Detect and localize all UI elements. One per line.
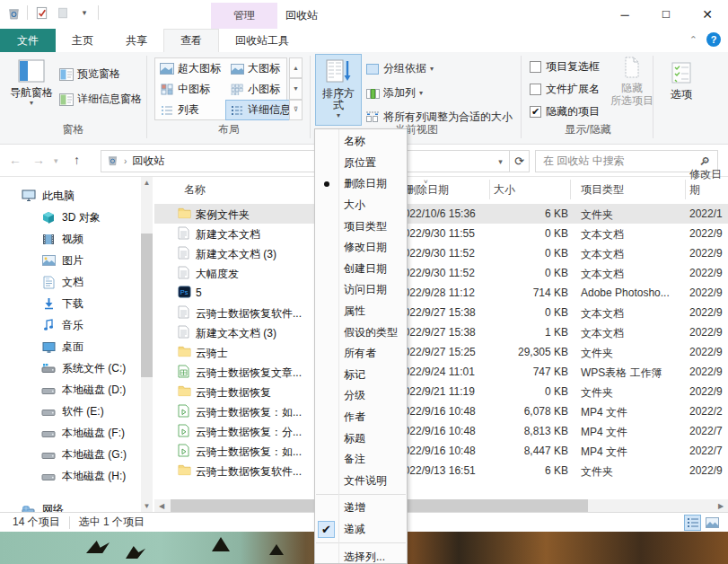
new-folder-icon[interactable] xyxy=(55,4,71,21)
sidebar-item-3D 对象[interactable]: 3D 对象 xyxy=(41,207,101,227)
menu-item-访问日期[interactable]: 访问日期 xyxy=(315,279,407,301)
manage-contextual-tab[interactable]: 管理 xyxy=(211,3,277,29)
hide-selected-button[interactable]: 隐藏 所选项目 xyxy=(609,56,655,107)
unchecked-checkbox-icon[interactable] xyxy=(530,61,541,73)
menu-item-分级[interactable]: 分级 xyxy=(315,385,407,407)
layout-option-列表[interactable]: 列表 xyxy=(155,100,225,120)
sidebar-item-本地磁盘 (H:)[interactable]: 本地磁盘 (H:) xyxy=(41,466,126,486)
layout-option-详细信息[interactable]: 详细信息 xyxy=(225,100,295,120)
unchecked-checkbox-icon[interactable] xyxy=(530,84,541,95)
navigation-pane-button[interactable]: 导航窗格 ▾ xyxy=(5,56,57,110)
layout-option-超大图标[interactable]: 超大图标 xyxy=(155,58,225,79)
sidebar-item-图片[interactable]: 图片 xyxy=(41,251,83,270)
menu-item-名称[interactable]: 名称 xyxy=(315,131,407,153)
breadcrumb[interactable]: › 回收站 xyxy=(101,150,510,172)
recycle-bin-icon[interactable] xyxy=(5,4,22,21)
maximize-button[interactable]: ☐ xyxy=(645,0,687,29)
minimize-button[interactable]: ─ xyxy=(604,0,645,29)
address-dropdown-icon[interactable]: ▾ xyxy=(492,150,510,172)
sidebar-item-本地磁盘 (G:)[interactable]: 本地磁盘 (G:) xyxy=(41,445,127,464)
layout-option-大图标[interactable]: 大图标 xyxy=(225,58,295,79)
menu-item-文件说明[interactable]: 文件说明 xyxy=(315,471,407,492)
table-row[interactable]: 云骑士数据恢复文章...2022/9/24 11:01747 KBWPS表格 工… xyxy=(154,362,728,382)
checked-checkbox-icon[interactable]: ✔ xyxy=(530,106,541,118)
sidebar-scrollbar-thumb[interactable] xyxy=(141,234,153,377)
ribbon-tab-主页[interactable]: 主页 xyxy=(56,29,110,52)
layout-option-小图标[interactable]: 小图标 xyxy=(225,79,295,100)
sidebar-item-此电脑[interactable]: 此电脑 xyxy=(22,186,75,206)
details-pane-button[interactable]: 详细信息窗格 xyxy=(59,92,142,107)
gallery-up-icon[interactable]: ▲ xyxy=(289,57,303,78)
history-chevron-icon[interactable]: ▾ xyxy=(54,156,58,165)
checkbox-项目复选框[interactable]: 项目复选框 xyxy=(530,59,600,75)
ribbon-tab-recycle-tools[interactable]: 回收站工具 xyxy=(219,29,305,52)
menu-item-修改日期[interactable]: 修改日期 xyxy=(315,237,407,259)
menu-item-项目类型[interactable]: 项目类型 xyxy=(315,216,407,237)
customize-qat-chevron-icon[interactable]: ▾ xyxy=(76,4,92,21)
breadcrumb-location[interactable]: 回收站 xyxy=(132,154,164,169)
thumbnail-view-toggle[interactable] xyxy=(704,515,721,531)
table-row[interactable]: 云骑士数据恢复：分...2022/9/16 10:488,813 KBMP4 文… xyxy=(154,421,728,441)
scroll-up-icon[interactable]: ▲ xyxy=(141,177,153,189)
menu-item-大小[interactable]: 大小 xyxy=(315,195,407,216)
close-button[interactable]: ✕ xyxy=(687,0,728,29)
gallery-more-icon[interactable]: ⊽ xyxy=(289,100,303,120)
scroll-down-icon[interactable]: ▼ xyxy=(141,500,153,512)
menu-item-选择列[interactable]: 选择列... xyxy=(315,546,407,564)
menu-item-标记[interactable]: 标记 xyxy=(315,365,407,386)
add-columns-button[interactable]: 添加列 ▾ xyxy=(365,85,423,101)
sidebar-item-文档[interactable]: 文档 xyxy=(41,272,83,292)
menu-item-属性[interactable]: 属性 xyxy=(315,301,407,322)
up-arrow-icon[interactable]: ↑ xyxy=(74,153,80,167)
sidebar-item-桌面[interactable]: 桌面 xyxy=(41,337,83,357)
table-row[interactable]: Ps52022/9/28 11:12714 KBAdobe Photosho..… xyxy=(154,283,728,303)
menu-item-假设的类型[interactable]: 假设的类型 xyxy=(315,322,407,343)
table-row[interactable]: 新建文本文档2022/9/30 11:550 KB文本文档2022/9 xyxy=(154,224,728,243)
sidebar-item-音乐[interactable]: 音乐 xyxy=(41,315,83,335)
sidebar-item-系统文件 (C:)[interactable]: 系统文件 (C:) xyxy=(41,358,126,378)
table-row[interactable]: 新建文本文档 (3)2022/9/27 15:381 KB文本文档2022/9 xyxy=(154,322,728,342)
sidebar-item-本地磁盘 (F:)[interactable]: 本地磁盘 (F:) xyxy=(41,423,125,443)
column-header-size[interactable]: 大小 xyxy=(494,177,515,202)
ribbon-tab-file[interactable]: 文件 xyxy=(0,29,56,52)
scroll-right-icon[interactable]: ▶ xyxy=(714,499,728,512)
details-view-toggle[interactable] xyxy=(684,515,701,531)
forward-arrow-icon[interactable]: → xyxy=(32,153,45,167)
ribbon-tab-共享[interactable]: 共享 xyxy=(110,29,163,52)
menu-item-作者[interactable]: 作者 xyxy=(315,407,407,428)
menu-item-原位置[interactable]: 原位置 xyxy=(315,153,407,174)
properties-icon[interactable] xyxy=(33,4,49,21)
preview-pane-button[interactable]: 预览窗格 xyxy=(59,66,120,82)
table-row[interactable]: 云骑士数据恢复：如...2022/9/16 10:488,447 KBMP4 文… xyxy=(154,441,728,461)
menu-item-所有者[interactable]: 所有者 xyxy=(315,343,407,365)
sort-by-button[interactable]: 排序方式 ▾ xyxy=(315,54,362,126)
sidebar-item-软件 (E:)[interactable]: 软件 (E:) xyxy=(41,401,104,421)
back-arrow-icon[interactable]: ← xyxy=(9,153,22,167)
column-header-date-modified[interactable]: 修改日期 xyxy=(689,177,728,202)
options-button[interactable]: 选项 xyxy=(658,57,705,104)
horizontal-scrollbar[interactable]: ◀ ▶ xyxy=(154,499,728,512)
sidebar-item-下载[interactable]: 下载 xyxy=(41,294,83,313)
table-row[interactable]: 新建文本文档 (3)2022/9/30 11:520 KB文本文档2022/9 xyxy=(154,243,728,263)
collapse-ribbon-icon[interactable]: ⌃ xyxy=(689,34,697,46)
table-row[interactable]: 案例文件夹2022/10/6 15:366 KB文件夹2022/1 xyxy=(154,204,728,224)
table-row[interactable]: 云骑士数据恢复软件...2022/9/13 16:516 KB文件夹2022/9 xyxy=(154,461,728,480)
menu-item-标题[interactable]: 标题 xyxy=(315,427,407,449)
column-header-name[interactable]: 名称 xyxy=(184,177,206,202)
menu-item-递减[interactable]: ✔递减 xyxy=(315,519,407,541)
menu-item-删除日期[interactable]: 删除日期 xyxy=(315,173,407,195)
table-row[interactable]: 云骑士数据恢复软件...2022/9/27 15:380 KB文本文档2022/… xyxy=(154,303,728,322)
menu-item-备注[interactable]: 备注 xyxy=(315,449,407,471)
menu-item-创建日期[interactable]: 创建日期 xyxy=(315,259,407,280)
table-row[interactable]: 大幅度发2022/9/30 11:520 KB文本文档2022/9 xyxy=(154,263,728,283)
sidebar-item-视频[interactable]: 视频 xyxy=(41,229,83,249)
table-row[interactable]: 云骑士数据恢复：如...2022/9/16 10:486,078 KBMP4 文… xyxy=(154,401,728,421)
layout-option-中图标[interactable]: 中图标 xyxy=(155,79,225,100)
group-by-button[interactable]: 分组依据 ▾ xyxy=(365,61,434,76)
column-header-item-type[interactable]: 项目类型 xyxy=(581,177,624,202)
ribbon-tab-查看[interactable]: 查看 xyxy=(163,29,219,52)
scroll-left-icon[interactable]: ◀ xyxy=(154,499,169,512)
checkbox-隐藏的项目[interactable]: ✔隐藏的项目 xyxy=(530,104,600,119)
table-row[interactable]: 云骑士2022/9/27 15:2529,305 KB文件夹2022/9 xyxy=(154,342,728,362)
gallery-down-icon[interactable]: ▼ xyxy=(289,78,303,99)
